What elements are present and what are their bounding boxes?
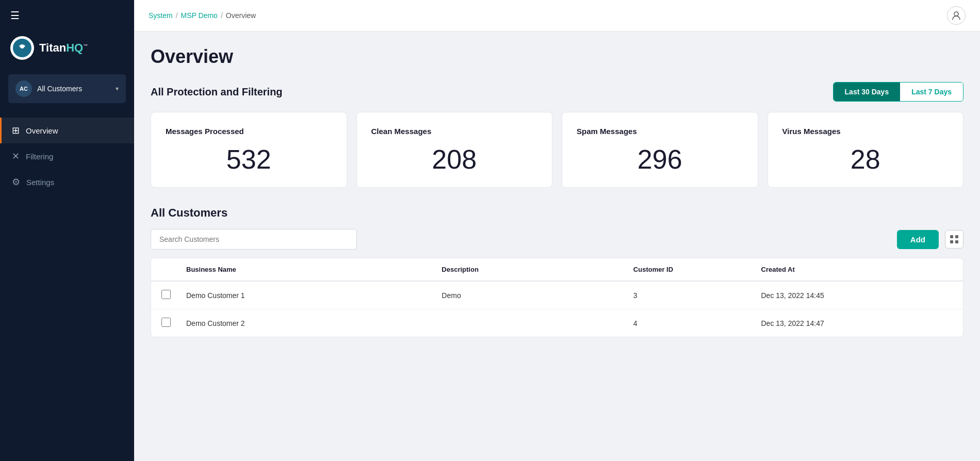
- stats-grid: Messages Processed 532 Clean Messages 20…: [151, 112, 963, 188]
- page-body: Overview All Protection and Filtering La…: [134, 31, 980, 461]
- breadcrumb-msp[interactable]: MSP Demo: [181, 11, 218, 20]
- breadcrumb-sep-1: /: [176, 11, 178, 20]
- clean-messages-label: Clean Messages: [371, 127, 538, 136]
- grid-view-icon[interactable]: [945, 230, 963, 249]
- table-header-checkbox: [161, 266, 186, 273]
- sidebar-header: ☰: [0, 0, 134, 31]
- last-7-days-button[interactable]: Last 7 Days: [900, 83, 963, 101]
- stat-card-messages-processed: Messages Processed 532: [151, 112, 347, 188]
- sidebar-item-filtering[interactable]: ✕ Filtering: [0, 143, 134, 169]
- virus-messages-label: Virus Messages: [782, 127, 949, 136]
- table-header-customer-id: Customer ID: [633, 266, 761, 273]
- logo-inner: [13, 39, 31, 57]
- filtering-icon: ✕: [12, 151, 20, 162]
- svg-rect-6: [955, 240, 958, 243]
- sidebar-item-settings[interactable]: ⚙ Settings: [0, 169, 134, 195]
- chevron-down-icon: ▾: [116, 85, 119, 92]
- stat-card-spam-messages: Spam Messages 296: [562, 112, 758, 188]
- messages-processed-value: 532: [166, 144, 332, 175]
- spam-messages-value: 296: [577, 144, 743, 175]
- row-1-created-at: Dec 13, 2022 14:45: [761, 291, 953, 300]
- logo-circle: [10, 36, 34, 60]
- sidebar-item-label-overview: Overview: [26, 126, 58, 135]
- messages-processed-label: Messages Processed: [166, 127, 332, 136]
- nav-menu: ⊞ Overview ✕ Filtering ⚙ Settings: [0, 113, 134, 461]
- virus-messages-value: 28: [782, 144, 949, 175]
- logo-text: TitanHQ™: [39, 41, 88, 55]
- page-title: Overview: [151, 46, 963, 68]
- row-2-created-at: Dec 13, 2022 14:47: [761, 319, 953, 327]
- table-header-created-at: Created At: [761, 266, 953, 273]
- svg-rect-5: [950, 240, 953, 243]
- row-2-checkbox[interactable]: [161, 318, 171, 327]
- table-row: Demo Customer 2 4 Dec 13, 2022 14:47: [151, 309, 963, 337]
- svg-point-1: [21, 45, 24, 48]
- sidebar-item-overview[interactable]: ⊞ Overview: [0, 118, 134, 143]
- table-row: Demo Customer 1 Demo 3 Dec 13, 2022 14:4…: [151, 282, 963, 309]
- customer-name: All Customers: [37, 85, 110, 93]
- table-header-description: Description: [442, 266, 633, 273]
- breadcrumb-current: Overview: [226, 11, 256, 20]
- topbar: System / MSP Demo / Overview: [134, 0, 980, 31]
- svg-rect-4: [955, 235, 958, 238]
- row-1-business-name: Demo Customer 1: [186, 291, 442, 300]
- toolbar-right: Add: [897, 230, 963, 249]
- last-30-days-button[interactable]: Last 30 Days: [834, 83, 901, 101]
- stat-card-clean-messages: Clean Messages 208: [356, 112, 553, 188]
- sidebar-item-label-filtering: Filtering: [26, 152, 53, 161]
- row-1-description: Demo: [442, 291, 633, 300]
- overview-icon: ⊞: [12, 125, 20, 136]
- sidebar: ☰ TitanHQ™ AC All Customers ▾ ⊞ Overview…: [0, 0, 134, 461]
- user-icon-button[interactable]: [947, 6, 966, 25]
- row-2-checkbox-cell: [161, 318, 186, 328]
- breadcrumb-system[interactable]: System: [149, 11, 173, 20]
- sidebar-item-label-settings: Settings: [26, 178, 54, 187]
- customers-section-title: All Customers: [151, 206, 963, 220]
- row-1-checkbox[interactable]: [161, 290, 171, 299]
- protection-section-title: All Protection and Filtering: [151, 86, 283, 98]
- main-content: System / MSP Demo / Overview Overview Al…: [134, 0, 980, 461]
- hamburger-icon[interactable]: ☰: [10, 9, 20, 22]
- stat-card-virus-messages: Virus Messages 28: [767, 112, 964, 188]
- table-header: Business Name Description Customer ID Cr…: [151, 258, 963, 282]
- logo-container: TitanHQ™: [0, 31, 134, 69]
- row-2-business-name: Demo Customer 2: [186, 319, 442, 327]
- date-filter-group: Last 30 Days Last 7 Days: [833, 82, 963, 102]
- clean-messages-value: 208: [371, 144, 538, 175]
- customers-toolbar: Add: [151, 229, 963, 250]
- table-header-business-name: Business Name: [186, 266, 442, 273]
- customer-avatar: AC: [15, 80, 32, 97]
- add-button[interactable]: Add: [897, 230, 939, 249]
- breadcrumb: System / MSP Demo / Overview: [149, 11, 256, 20]
- spam-messages-label: Spam Messages: [577, 127, 743, 136]
- svg-point-2: [954, 12, 958, 16]
- row-1-checkbox-cell: [161, 290, 186, 301]
- search-input[interactable]: [151, 229, 357, 250]
- settings-icon: ⚙: [12, 176, 20, 188]
- protection-section-header: All Protection and Filtering Last 30 Day…: [151, 82, 963, 102]
- customer-selector[interactable]: AC All Customers ▾: [8, 74, 126, 103]
- breadcrumb-sep-2: /: [221, 11, 223, 20]
- row-2-customer-id: 4: [633, 319, 761, 327]
- customers-table: Business Name Description Customer ID Cr…: [151, 258, 963, 337]
- svg-rect-3: [950, 235, 953, 238]
- row-1-customer-id: 3: [633, 291, 761, 300]
